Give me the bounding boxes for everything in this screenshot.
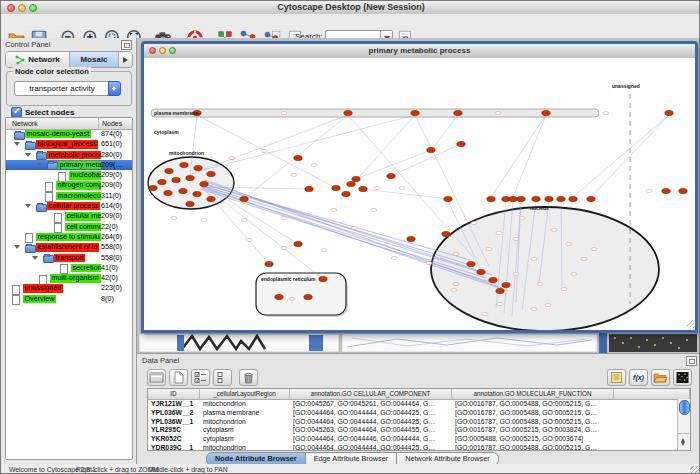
network-node[interactable] [407,236,415,241]
window-resize-grip[interactable] [690,466,700,474]
network-node[interactable] [454,110,462,115]
tab-network[interactable]: Network [6,52,70,67]
expand-arrow-icon[interactable] [36,163,42,170]
network-node[interactable] [194,165,202,170]
table-row[interactable]: YDR039C__1mitochondrion[GO:0044464, GO:0… [148,444,690,451]
import-attributes-icon[interactable] [651,369,670,386]
network-tree-row[interactable]: nitrogen compo209(0) [6,180,132,190]
column-header[interactable]: annotation.GO MOLECULAR_FUNCTION [452,389,614,399]
network-node[interactable] [467,261,475,266]
network-node[interactable] [387,173,395,178]
network-node[interactable] [172,177,180,182]
expand-arrow-icon[interactable] [25,204,31,211]
table-row[interactable]: YJR121W__1mitochondrion[GO:0045267, GO:0… [148,400,690,409]
network-node[interactable] [164,190,172,195]
network-frame-titlebar[interactable]: primary metabolic process [144,44,695,59]
float-panel-icon[interactable] [121,40,132,50]
network-tree-row[interactable]: mosaic-demo-yeast874(0) [6,129,132,139]
network-node[interactable] [569,196,577,201]
network-node[interactable] [457,141,465,146]
attribute-table[interactable]: ID_cellularLayoutRegionannotation.GO CEL… [147,388,691,451]
network-node[interactable] [149,185,157,190]
table-scrollbar[interactable] [677,399,690,450]
network-node[interactable] [509,196,517,201]
network-node[interactable] [532,196,540,201]
network-node[interactable] [180,162,188,167]
network-node[interactable] [517,196,525,201]
tab-overflow-arrow-icon[interactable] [119,52,132,67]
network-node[interactable] [665,110,673,115]
network-canvas[interactable]: plasma membranecytoplasmmitochondrionnuc… [144,58,695,330]
network-node[interactable] [186,175,194,180]
network-tree-row[interactable]: biological_process651(0) [6,139,132,149]
network-tree-row[interactable]: nucleobase-209(0) [6,170,132,180]
network-node[interactable] [332,185,340,190]
network-node[interactable] [294,155,302,160]
tab-mosaic[interactable]: Mosaic [70,52,119,67]
network-tree-row[interactable]: establishment of lo558(0) [6,242,132,252]
column-header[interactable]: _cellularLayoutRegion [200,389,290,399]
network-node[interactable] [442,231,450,236]
delete-attribute-icon[interactable] [239,369,258,386]
unselect-attributes-icon[interactable] [213,369,232,386]
network-view-frame[interactable]: primary metabolic process plasma membran… [141,41,698,333]
table-row[interactable]: YLR295Ccytoplasm[GO:0045263, GO:0044464,… [148,426,690,435]
network-node[interactable] [240,196,248,201]
network-node[interactable] [344,110,352,115]
network-node[interactable] [411,110,419,115]
network-node[interactable] [304,294,312,299]
network-tree-row[interactable]: cell communicat22(0) [6,222,132,232]
network-node[interactable] [502,282,510,287]
scrollbar-thumb[interactable] [679,400,690,415]
network-tree-row[interactable]: cellular process614(0) [6,201,132,211]
network-node[interactable] [427,147,435,152]
column-header[interactable]: ID [148,389,200,399]
select-attributes-icon[interactable] [191,369,210,386]
expand-arrow-icon[interactable] [25,153,31,160]
network-node[interactable] [165,168,173,173]
attribute-table-icon[interactable] [147,369,166,386]
network-node[interactable] [186,201,194,206]
table-row[interactable]: YKR052Ccytoplasm[GO:0044464, GO:0044446,… [148,435,690,444]
network-node[interactable] [489,277,497,282]
network-tree-row[interactable]: response to stimulu264(0) [6,232,132,242]
network-node[interactable] [545,196,553,201]
network-node[interactable] [207,196,215,201]
network-node[interactable] [342,191,350,196]
table-row[interactable]: YPL036W__2plasma membrane[GO:0044464, GO… [148,409,690,418]
network-tree-row[interactable]: transport558(0) [6,253,132,263]
expand-arrow-icon[interactable] [32,256,38,263]
network-tree-row[interactable]: Overview8(0) [6,294,132,304]
network-node[interactable] [193,191,201,196]
network-node[interactable] [158,179,166,184]
network-node[interactable] [444,196,452,201]
node-color-combobox[interactable]: transporter activity [14,81,122,96]
network-tree-row[interactable]: secretion41(0) [6,263,132,273]
network-node[interactable] [662,188,670,193]
network-node[interactable] [305,186,313,191]
network-node[interactable] [587,196,595,201]
network-tree-row[interactable]: cellular metabol209(0) [6,211,132,221]
network-tree-row[interactable]: primary metabo209(… [6,160,132,170]
scroll-down-icon[interactable] [681,442,685,448]
network-tree-row[interactable]: multi-organism pro42(0) [6,273,132,283]
network-node[interactable] [207,171,215,176]
notes-icon[interactable] [607,369,626,386]
network-node[interactable] [179,188,187,193]
function-builder-icon[interactable]: f(x) [629,369,648,386]
attribute-matrix-icon[interactable] [673,369,692,386]
network-tree-row[interactable]: macromolecule311(0) [6,191,132,201]
network-node[interactable] [265,261,273,266]
network-node[interactable] [347,181,355,186]
network-node[interactable] [352,176,360,181]
combobox-value[interactable]: transporter activity [14,81,110,96]
expand-arrow-icon[interactable] [14,142,20,149]
expand-arrow-icon[interactable] [14,245,20,252]
network-tree-row[interactable]: metabolic process280(0) [6,150,132,160]
network-node[interactable] [294,241,302,246]
new-attribute-icon[interactable] [169,369,188,386]
network-node[interactable] [359,186,367,191]
network-node[interactable] [679,188,687,193]
window-titlebar[interactable]: Cytoscape Desktop (New Session) [1,1,700,15]
network-node[interactable] [557,196,565,201]
